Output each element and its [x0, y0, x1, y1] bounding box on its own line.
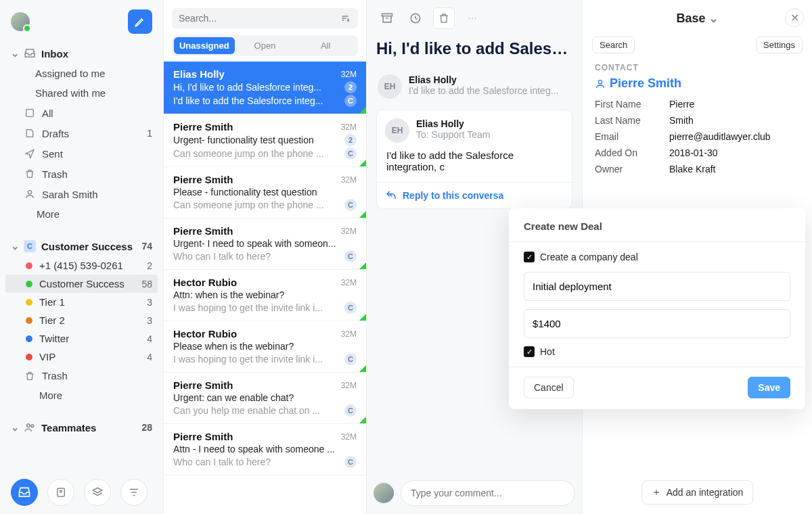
- tab-all[interactable]: All: [295, 37, 356, 54]
- company-deal-checkbox[interactable]: ✓ Create a company deal: [524, 252, 790, 262]
- inbox-quick-button[interactable]: [11, 479, 38, 506]
- modal-title: Create new Deal: [524, 220, 790, 232]
- conversation-list: Unassigned Open All Elias Holly32M Hi, I…: [164, 0, 367, 514]
- count-chip: 2: [344, 81, 357, 93]
- close-icon: ✕: [790, 11, 799, 24]
- convo-time: 32M: [341, 278, 357, 287]
- conversation-item[interactable]: Pierre Smith32M Attn - I need to speak w…: [164, 424, 366, 475]
- convo-time: 32M: [341, 70, 357, 79]
- inbox-header[interactable]: ⌄ Inbox: [5, 43, 158, 64]
- contacts-button[interactable]: [47, 479, 74, 506]
- conversation-item[interactable]: Elias Holly32M Hi, I'd like to add Sales…: [164, 62, 366, 114]
- tab-open[interactable]: Open: [235, 37, 296, 54]
- sidebar-item-trash[interactable]: ⌄ Trash: [5, 164, 158, 184]
- tag-chip: C: [344, 95, 357, 107]
- cancel-button[interactable]: Cancel: [524, 377, 574, 398]
- conversation-item[interactable]: Pierre Smith32M Urgent- I need to speak …: [164, 218, 366, 270]
- search-input[interactable]: [179, 13, 334, 24]
- tag-chip: C: [344, 302, 357, 314]
- tag-item[interactable]: Tier 23: [5, 311, 158, 329]
- sidebar-item-teammate-sarah[interactable]: ⌄ Sarah Smith: [5, 184, 158, 204]
- sidebar-item-assigned[interactable]: Assigned to me: [5, 64, 158, 83]
- trash-icon: [24, 168, 37, 179]
- message-body: I'd like to add the Salesforce integrati…: [377, 147, 572, 182]
- cs-section-header[interactable]: ⌄ C Customer Success 74: [5, 235, 158, 256]
- reply-button[interactable]: Reply to this conversa: [377, 182, 572, 208]
- contact-link[interactable]: Pierre Smith: [595, 76, 800, 91]
- presence-dot: [23, 24, 31, 32]
- search-filter-button[interactable]: [120, 479, 148, 506]
- teammates-header[interactable]: ⌄ Teammates 28: [5, 416, 158, 438]
- tag-item[interactable]: VIP4: [5, 348, 158, 366]
- tag-chip: C: [344, 199, 357, 211]
- tag-item[interactable]: Tier 13: [5, 293, 158, 311]
- all-icon: [24, 108, 37, 118]
- message-collapsed[interactable]: EH Elias Holly I'd like to add the Sales…: [374, 68, 575, 106]
- cs-trash[interactable]: Trash: [5, 366, 158, 386]
- compose-button[interactable]: [128, 9, 152, 34]
- more-button[interactable]: [461, 7, 483, 29]
- conversation-item[interactable]: Hector Rubio32M Attn: when is the webina…: [164, 270, 366, 321]
- deal-amount-input[interactable]: [524, 309, 790, 338]
- inbox-label: Inbox: [41, 48, 68, 60]
- message-expanded: EH Elias Holly To: Support Team I'd like…: [376, 110, 572, 209]
- svg-point-3: [31, 425, 34, 427]
- add-integration-button[interactable]: ＋ Add an integration: [641, 480, 754, 505]
- tag-item[interactable]: Customer Success58: [5, 275, 158, 293]
- deal-name-input[interactable]: [524, 272, 790, 301]
- convo-subject: Please - functionality test question: [173, 187, 357, 197]
- layers-button[interactable]: [84, 479, 111, 506]
- panel-title-dropdown[interactable]: Base ⌄: [676, 11, 718, 26]
- cs-more[interactable]: More: [5, 386, 158, 405]
- sent-icon: [24, 148, 37, 159]
- reply-icon: [385, 189, 397, 202]
- tab-unassigned[interactable]: Unassigned: [174, 37, 235, 54]
- convo-sender: Pierre Smith: [173, 225, 341, 237]
- user-avatar[interactable]: [11, 12, 30, 31]
- convo-time: 32M: [341, 432, 357, 442]
- sidebar-item-drafts[interactable]: ⌄ Drafts 1: [5, 123, 158, 143]
- person-icon: [595, 78, 606, 89]
- contact-row: Last NameSmith: [595, 112, 800, 128]
- contact-row: OwnerBlake Kraft: [595, 161, 800, 177]
- color-dot: [26, 299, 32, 306]
- contact-section-label: CONTACT: [595, 63, 800, 72]
- convo-sender: Pierre Smith: [173, 431, 341, 442]
- convo-sender: Pierre Smith: [173, 174, 341, 185]
- message-sender: Elias Holly: [416, 118, 490, 129]
- conversation-item[interactable]: Pierre Smith32M Urgent: can we enable ch…: [164, 373, 366, 424]
- snooze-button[interactable]: [405, 7, 426, 29]
- panel-search-button[interactable]: Search: [592, 37, 635, 53]
- accent-triangle: [359, 314, 366, 321]
- conversation-item[interactable]: Pierre Smith32M Please - functionality t…: [164, 167, 366, 218]
- archive-button[interactable]: [376, 7, 398, 29]
- sidebar-item-more[interactable]: More: [5, 204, 158, 224]
- accent-triangle: [359, 417, 366, 423]
- panel-settings-button[interactable]: Settings: [756, 37, 803, 53]
- comment-input[interactable]: [401, 480, 575, 506]
- sort-icon[interactable]: [339, 12, 351, 24]
- close-button[interactable]: ✕: [785, 8, 804, 27]
- svg-point-8: [468, 18, 470, 19]
- teammates-icon: [24, 421, 36, 434]
- convo-time: 32M: [341, 227, 357, 236]
- search-field-wrap[interactable]: [172, 8, 358, 28]
- sidebar-item-sent[interactable]: ⌄ Sent: [5, 143, 158, 164]
- save-button[interactable]: Save: [748, 377, 790, 398]
- accent-triangle: [359, 160, 366, 166]
- convo-preview: Who can I talk to here?C: [173, 250, 357, 262]
- accent-triangle: [359, 211, 366, 218]
- checkbox-checked-icon: ✓: [524, 346, 535, 357]
- delete-button[interactable]: [433, 7, 455, 29]
- conversation-item[interactable]: Hector Rubio32M Please when is the webin…: [164, 321, 366, 373]
- conversation-item[interactable]: Pierre Smith32M Urgent- functionality te…: [164, 114, 366, 167]
- tag-item[interactable]: +1 (415) 539-02612: [5, 256, 158, 275]
- sidebar-item-all[interactable]: ⌄ All: [5, 103, 158, 123]
- tag-item[interactable]: Twitter4: [5, 329, 158, 348]
- convo-subject: Urgent: can we enable chat?: [173, 392, 357, 403]
- thread-title: Hi, I'd like to add Salesforce: [367, 37, 582, 68]
- convo-sender: Elias Holly: [173, 68, 341, 80]
- hot-checkbox[interactable]: ✓ Hot: [524, 346, 790, 357]
- sidebar: ⌄ Inbox Assigned to me Shared with me ⌄ …: [0, 0, 164, 514]
- sidebar-item-shared[interactable]: Shared with me: [5, 83, 158, 103]
